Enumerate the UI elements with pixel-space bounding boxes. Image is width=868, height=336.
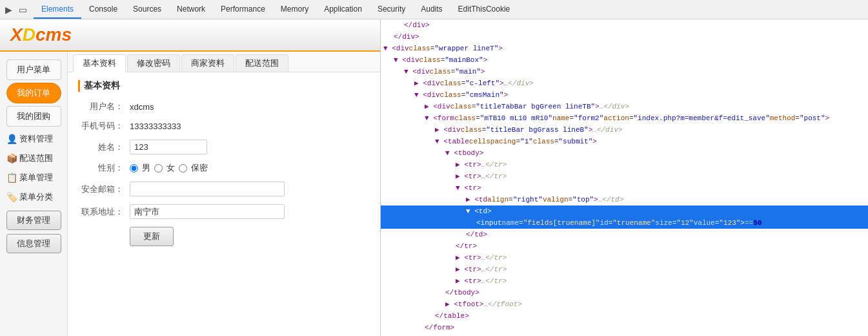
- name-input[interactable]: [130, 140, 207, 154]
- sidebar-item-label: 菜单管理: [19, 172, 53, 184]
- tree-line[interactable]: ▼ <tbody>: [381, 147, 868, 159]
- my-order-button[interactable]: 我的订单: [6, 83, 61, 103]
- tree-line[interactable]: </table>: [381, 310, 868, 322]
- devtools-tabs: ElementsConsoleSourcesNetworkPerformance…: [34, 0, 518, 19]
- tree-line[interactable]: ▶ <tr>…</tr>: [381, 171, 868, 182]
- submit-row: 更新: [78, 227, 370, 246]
- sidebar-item-label: 菜单分类: [19, 191, 53, 203]
- phone-label: 手机号码：: [78, 120, 130, 132]
- tree-line[interactable]: ▶ <div class="titleBar bgGrass lineB">…<…: [381, 124, 868, 136]
- sidebar-item-label: 配送范围: [19, 152, 53, 164]
- tree-line[interactable]: ▶ <tr>…</tr>: [381, 252, 868, 264]
- devtools-tab-performance[interactable]: Performance: [213, 0, 273, 19]
- phone-row: 手机号码： 13333333333: [78, 120, 370, 132]
- tree-line[interactable]: ▶ <tr>…</tr>: [381, 275, 868, 287]
- tree-line[interactable]: </tr>: [381, 240, 868, 252]
- tree-line[interactable]: ▼ <div class="main">: [381, 66, 868, 78]
- tree-line[interactable]: ▶ <td align="right" valign="top">…</td>: [381, 194, 868, 205]
- sidebar-item-delivery[interactable]: 📦 配送范围: [0, 149, 67, 168]
- web-panel: XDcms 用户菜单 我的订单 我的团购 👤 资料管理 📦 配送范围 📋: [0, 19, 381, 336]
- devtools-tab-audits[interactable]: Audits: [413, 0, 450, 19]
- tree-line[interactable]: ▶ <div class="c-left">…</div>: [381, 78, 868, 89]
- address-input[interactable]: [130, 204, 285, 219]
- logo-x: X: [10, 25, 23, 45]
- delivery-icon: 📦: [6, 153, 17, 163]
- devtools-tab-sources[interactable]: Sources: [125, 0, 169, 19]
- tree-line[interactable]: </form>: [381, 322, 868, 333]
- web-sidebar: 用户菜单 我的订单 我的团购 👤 资料管理 📦 配送范围 📋 菜单管理 🏷️: [0, 52, 68, 336]
- tree-line[interactable]: ▼ <table cellspacing="1" class="submit">: [381, 136, 868, 147]
- email-label: 安全邮箱：: [78, 184, 130, 195]
- gender-female-radio[interactable]: [154, 164, 163, 173]
- site-logo: XDcms: [10, 25, 72, 45]
- gender-male-radio[interactable]: [130, 164, 138, 173]
- sidebar-item-menu-manage[interactable]: 📋 菜单管理: [0, 168, 67, 187]
- devtools-tab-console[interactable]: Console: [81, 0, 125, 19]
- content-tab-修改密码[interactable]: 修改密码: [127, 54, 180, 72]
- devtools-panel: <head>…</head>▼ <body>▼ <div class="head…: [381, 19, 868, 336]
- tree-line[interactable]: <input name="fields[truename]" id="truen…: [381, 217, 868, 229]
- category-icon: 🏷️: [6, 192, 17, 202]
- inspect-icon[interactable]: ▶: [3, 4, 14, 16]
- name-label: 姓名：: [78, 142, 130, 153]
- devtools-tab-editthiscookie[interactable]: EditThisCookie: [450, 0, 518, 19]
- devtools-tab-security[interactable]: Security: [370, 0, 413, 19]
- gender-secret-label: 保密: [191, 162, 208, 174]
- tree-line[interactable]: ▼ <div class="wrapper lineT">: [381, 43, 868, 54]
- tree-line[interactable]: </div>: [381, 19, 868, 31]
- devtools-tab-elements[interactable]: Elements: [34, 0, 81, 19]
- user-menu-button[interactable]: 用户菜单: [6, 59, 61, 80]
- tree-line[interactable]: ▼ <form class="mTB10 mL10 mR10" name="fo…: [381, 112, 868, 124]
- username-row: 用户名： xdcms: [78, 101, 370, 112]
- gender-female-label: 女: [167, 162, 175, 174]
- device-icon[interactable]: ▭: [17, 4, 28, 16]
- tree-line[interactable]: ▶ <tr>…</tr>: [381, 264, 868, 275]
- sidebar-item-label: 资料管理: [19, 133, 53, 145]
- info-button[interactable]: 信息管理: [6, 234, 61, 253]
- logo-cms: cms: [35, 25, 72, 45]
- tree-line[interactable]: ▼ <div class="cmsMain">: [381, 89, 868, 101]
- tree-line[interactable]: </td>: [381, 229, 868, 240]
- web-body: 用户菜单 我的订单 我的团购 👤 资料管理 📦 配送范围 📋 菜单管理 🏷️: [0, 52, 380, 336]
- devtools-tab-network[interactable]: Network: [169, 0, 213, 19]
- main-layout: XDcms 用户菜单 我的订单 我的团购 👤 资料管理 📦 配送范围 📋: [0, 19, 868, 336]
- tree-line[interactable]: ▼ <tr>: [381, 182, 868, 194]
- content-tab-基本资料[interactable]: 基本资料: [73, 54, 126, 72]
- gender-row: 性别： 男 女 保密: [78, 162, 370, 174]
- content-tabs: 基本资料修改密码商家资料配送范围: [68, 52, 380, 72]
- email-input[interactable]: [130, 182, 285, 196]
- section-title: 基本资料: [78, 80, 370, 92]
- profile-icon: 👤: [6, 134, 17, 144]
- email-row: 安全邮箱：: [78, 182, 370, 196]
- gender-secret-radio[interactable]: [179, 164, 187, 173]
- name-row: 姓名：: [78, 140, 370, 154]
- tree-line[interactable]: </tbody>: [381, 287, 868, 299]
- finance-button[interactable]: 财务管理: [6, 211, 61, 230]
- devtools-tab-application[interactable]: Application: [316, 0, 370, 19]
- my-group-button[interactable]: 我的团购: [6, 106, 61, 127]
- logo-d: D: [23, 25, 35, 45]
- phone-value: 13333333333: [130, 121, 181, 131]
- devtools-toolbar: ▶ ▭ ElementsConsoleSourcesNetworkPerform…: [0, 0, 868, 19]
- devtools-tab-memory[interactable]: Memory: [273, 0, 316, 19]
- sidebar-item-profile[interactable]: 👤 资料管理: [0, 129, 67, 149]
- gender-male-label: 男: [142, 162, 150, 174]
- elements-panel[interactable]: <head>…</head>▼ <body>▼ <div class="head…: [381, 19, 868, 336]
- gender-label: 性别：: [78, 162, 130, 174]
- username-value: xdcms: [130, 102, 154, 112]
- address-label: 联系地址：: [78, 206, 130, 218]
- gender-radio-group: 男 女 保密: [130, 162, 208, 174]
- tree-line[interactable]: </div>: [381, 31, 868, 43]
- sidebar-item-menu-category[interactable]: 🏷️ 菜单分类: [0, 187, 67, 207]
- tree-line[interactable]: ▶ <tr>…</tr>: [381, 159, 868, 171]
- tree-line[interactable]: ▼ <div class="mainBox">: [381, 54, 868, 66]
- tree-line[interactable]: ▶ <tfoot>…</tfoot>: [381, 299, 868, 310]
- submit-button[interactable]: 更新: [130, 227, 174, 246]
- address-row: 联系地址：: [78, 204, 370, 219]
- tree-line[interactable]: ▶ <div class="titleTabBar bgGreen lineTB…: [381, 101, 868, 112]
- content-tab-商家资料[interactable]: 商家资料: [181, 54, 234, 72]
- content-body: 基本资料 用户名： xdcms 手机号码： 13333333333 姓名：: [68, 72, 380, 262]
- content-tab-配送范围[interactable]: 配送范围: [236, 54, 288, 72]
- devtools-icon-group: ▶ ▭: [3, 4, 28, 16]
- tree-line[interactable]: ▼ <td>: [381, 205, 868, 217]
